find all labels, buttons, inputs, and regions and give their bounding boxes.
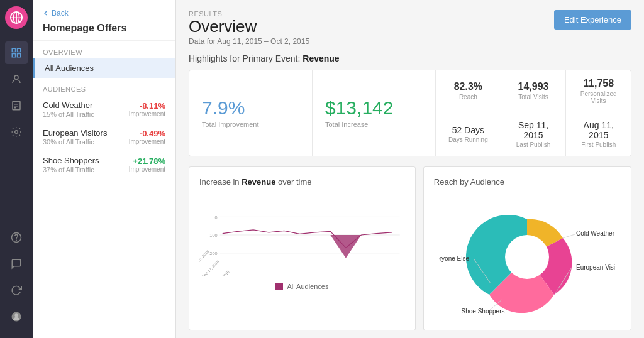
highlights-title: Highlights for Primary Event: Revenue bbox=[189, 53, 631, 63]
app-logo bbox=[5, 6, 28, 29]
svg-text:Everyone Else: Everyone Else bbox=[439, 255, 469, 262]
svg-text:Shoe Shoppers: Shoe Shoppers bbox=[462, 308, 505, 315]
bottom-icons bbox=[5, 226, 28, 338]
improvement-value: 7.9% bbox=[202, 97, 299, 118]
increase-label: Total Increase bbox=[325, 121, 423, 128]
nav-dashboard[interactable] bbox=[5, 41, 28, 64]
svg-point-13 bbox=[15, 131, 18, 134]
stat-first-publish: Aug 11, 2015 First Publish bbox=[566, 112, 631, 156]
svg-point-17 bbox=[14, 313, 18, 317]
stat-last-publish: Sep 11, 2015 Last Publish bbox=[501, 112, 567, 156]
sidebar-header: Back Homepage Offers bbox=[33, 0, 175, 41]
legend-label: All Audiences bbox=[287, 283, 328, 290]
svg-marker-25 bbox=[330, 235, 361, 258]
edit-experience-button[interactable]: Edit Experience bbox=[554, 10, 631, 30]
reach-chart-title: Reach by Audience bbox=[434, 177, 621, 187]
sidebar-item-european-visitors[interactable]: European Visitors 30% of All Traffic -0.… bbox=[33, 123, 175, 151]
svg-line-41 bbox=[563, 234, 575, 238]
stat-total-visits: 14,993 Total Visits bbox=[501, 70, 567, 112]
highlights-stats: 82.3% Reach 14,993 Total Visits 11,758 P… bbox=[436, 70, 631, 156]
sidebar: Back Homepage Offers Overview All Audien… bbox=[33, 0, 176, 338]
svg-text:Sep 17, 2015: Sep 17, 2015 bbox=[201, 259, 220, 276]
svg-point-8 bbox=[14, 75, 18, 79]
nav-help[interactable] bbox=[5, 226, 28, 249]
svg-point-15 bbox=[16, 240, 17, 241]
svg-rect-7 bbox=[18, 54, 21, 57]
stat-days-running: 52 Days Days Running bbox=[436, 112, 501, 156]
legend-box bbox=[275, 283, 283, 290]
revenue-chart-card: Increase in Revenue over time 0 -100 -20… bbox=[189, 166, 416, 330]
svg-rect-5 bbox=[18, 48, 21, 52]
nav-refresh[interactable] bbox=[5, 279, 28, 302]
svg-text:0: 0 bbox=[215, 214, 218, 220]
icon-bar bbox=[0, 0, 33, 338]
donut-chart: Cold Weather European Visitors Shoe Shop… bbox=[434, 194, 621, 320]
sidebar-item-shoe-shoppers[interactable]: Shoe Shoppers 37% of All Traffic +21.78%… bbox=[33, 151, 175, 178]
nav-users[interactable] bbox=[5, 68, 28, 90]
nav-chat[interactable] bbox=[5, 253, 28, 275]
svg-text:Sep 15, 2015: Sep 15, 2015 bbox=[199, 249, 210, 268]
svg-text:European Visitors: European Visitors bbox=[576, 264, 615, 271]
nav-profile[interactable] bbox=[5, 305, 28, 328]
revenue-chart-title: Increase in Revenue over time bbox=[199, 177, 405, 187]
reach-chart-card: Reach by Audience Cold Weather E bbox=[423, 166, 631, 330]
svg-point-36 bbox=[505, 235, 549, 279]
header-left: Results Overview Data for Aug 11, 2015 –… bbox=[189, 10, 309, 46]
svg-text:-100: -100 bbox=[208, 232, 218, 238]
svg-text:-200: -200 bbox=[208, 250, 218, 256]
back-link[interactable]: Back bbox=[43, 9, 165, 18]
svg-text:Sep 19, 2015: Sep 19, 2015 bbox=[211, 269, 230, 275]
main-header: Results Overview Data for Aug 11, 2015 –… bbox=[189, 10, 631, 46]
sidebar-overview-label: Overview bbox=[33, 41, 175, 58]
main-content: Results Overview Data for Aug 11, 2015 –… bbox=[176, 0, 644, 338]
sidebar-audiences-label: Audiences bbox=[33, 78, 175, 95]
increase-value: $13,142 bbox=[325, 97, 423, 118]
nav-settings[interactable] bbox=[5, 121, 28, 143]
svg-rect-6 bbox=[12, 54, 15, 57]
sidebar-title: Homepage Offers bbox=[43, 23, 165, 34]
sidebar-item-cold-weather[interactable]: Cold Weather 15% of All Traffic -8.11% I… bbox=[33, 95, 175, 123]
charts-row: Increase in Revenue over time 0 -100 -20… bbox=[189, 166, 631, 330]
nav-pages[interactable] bbox=[5, 94, 28, 117]
highlight-increase: $13,142 Total Increase bbox=[313, 70, 436, 156]
highlights-card: 7.9% Total Improvement $13,142 Total Inc… bbox=[189, 70, 631, 156]
svg-rect-4 bbox=[12, 48, 15, 52]
date-range: Data for Aug 11, 2015 – Oct 2, 2015 bbox=[189, 37, 309, 46]
line-chart-area: 0 -100 -200 Sep 13, 2015 Sep 15, 2015 Se… bbox=[199, 194, 405, 278]
highlight-improvement: 7.9% Total Improvement bbox=[189, 70, 313, 156]
chart-legend: All Audiences bbox=[199, 283, 405, 290]
improvement-label: Total Improvement bbox=[202, 121, 299, 128]
sidebar-all-audiences[interactable]: All Audiences bbox=[33, 58, 175, 78]
overview-title: Overview bbox=[189, 18, 309, 36]
stat-reach: 82.3% Reach bbox=[436, 70, 501, 112]
stat-personalized-visits: 11,758 Personalized Visits bbox=[566, 70, 631, 112]
svg-text:Cold Weather: Cold Weather bbox=[576, 230, 615, 237]
